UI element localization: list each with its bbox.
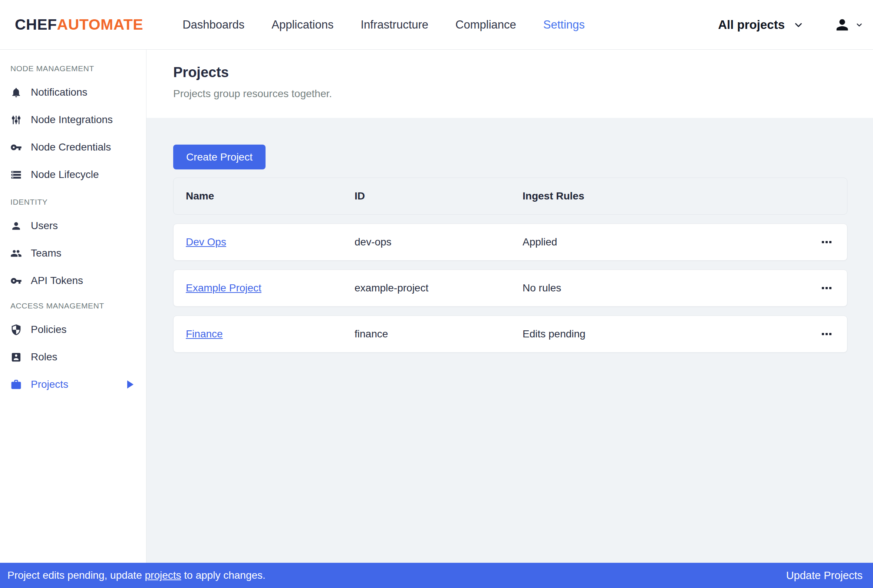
nav-compliance[interactable]: Compliance xyxy=(455,18,516,32)
sidebar-item-node-credentials[interactable]: Node Credentials xyxy=(0,134,146,161)
sidebar-item-projects[interactable]: Projects xyxy=(0,371,146,398)
project-link-finance[interactable]: Finance xyxy=(186,328,223,340)
column-header-id: ID xyxy=(354,190,522,202)
table-row: Finance finance Edits pending xyxy=(173,315,848,352)
sidebar-item-notifications[interactable]: Notifications xyxy=(0,79,146,106)
chef-automate-logo[interactable]: CHEFAUTOMATE xyxy=(15,16,143,33)
column-header-name: Name xyxy=(186,190,354,202)
project-id: example-project xyxy=(354,282,522,294)
update-projects-button[interactable]: Update Projects xyxy=(786,570,862,582)
project-id: dev-ops xyxy=(354,236,522,248)
projects-filter-label: All projects xyxy=(718,18,785,32)
ellipsis-icon xyxy=(822,287,824,289)
logo-automate: AUTOMATE xyxy=(57,16,144,33)
sidebar-item-api-tokens[interactable]: API Tokens xyxy=(0,267,146,294)
settings-sidebar: NODE MANAGEMENT Notifications Node Integ… xyxy=(0,50,147,563)
sidebar-item-node-lifecycle[interactable]: Node Lifecycle xyxy=(0,161,146,188)
project-id: finance xyxy=(354,328,522,340)
sidebar-item-label: Roles xyxy=(31,351,57,363)
row-menu-button[interactable] xyxy=(818,282,836,294)
user-icon xyxy=(10,220,22,232)
sidebar-item-label: API Tokens xyxy=(31,275,83,286)
key-icon xyxy=(10,275,22,286)
banner-projects-link[interactable]: projects xyxy=(145,570,181,581)
navbar-right: All projects xyxy=(718,16,863,33)
logo-chef: CHEF xyxy=(15,16,57,33)
shield-icon xyxy=(10,324,22,336)
nav-settings[interactable]: Settings xyxy=(543,18,585,32)
server-icon xyxy=(10,169,22,180)
sidebar-item-users[interactable]: Users xyxy=(0,212,146,240)
sidebar-item-roles[interactable]: Roles xyxy=(0,343,146,371)
person-icon xyxy=(834,16,851,33)
ellipsis-icon xyxy=(822,333,824,335)
main-content: Projects Projects group resources togeth… xyxy=(147,50,873,563)
sidebar-item-policies[interactable]: Policies xyxy=(0,316,146,343)
page-header: Projects Projects group resources togeth… xyxy=(147,50,873,118)
nav-applications[interactable]: Applications xyxy=(272,18,333,32)
app-shell: NODE MANAGEMENT Notifications Node Integ… xyxy=(0,50,873,563)
pending-edits-banner: Project edits pending, update projects t… xyxy=(0,563,873,588)
sidebar-item-label: Node Integrations xyxy=(31,114,113,126)
ingest-rules-status: No rules xyxy=(522,282,818,294)
user-menu[interactable] xyxy=(834,16,863,33)
page-title: Projects xyxy=(173,64,873,81)
row-menu-button[interactable] xyxy=(818,328,836,340)
table-row: Dev Ops dev-ops Applied xyxy=(173,224,848,261)
table-row: Example Project example-project No rules xyxy=(173,270,848,307)
banner-message-prefix: Project edits pending, update xyxy=(8,570,145,581)
banner-message-suffix: to apply changes. xyxy=(182,570,266,581)
briefcase-icon xyxy=(10,379,22,390)
sidebar-item-label: Policies xyxy=(31,324,66,336)
main-nav: Dashboards Applications Infrastructure C… xyxy=(183,18,585,32)
sliders-icon xyxy=(10,114,22,126)
sidebar-item-label: Node Credentials xyxy=(31,141,111,153)
project-link-dev-ops[interactable]: Dev Ops xyxy=(186,236,226,248)
expand-arrow-icon[interactable] xyxy=(127,380,134,388)
sidebar-section-identity: IDENTITY xyxy=(10,197,146,207)
chevron-down-icon xyxy=(793,19,804,30)
sidebar-item-label: Projects xyxy=(31,378,68,390)
key-icon xyxy=(10,142,22,153)
ellipsis-icon xyxy=(822,241,824,243)
column-header-ingest-rules: Ingest Rules xyxy=(522,190,847,202)
sidebar-section-access-management: ACCESS MANAGEMENT xyxy=(10,301,146,310)
sidebar-item-label: Users xyxy=(31,220,58,232)
projects-panel: Create Project Name ID Ingest Rules Dev … xyxy=(147,118,873,352)
bell-icon xyxy=(10,87,22,98)
project-link-example-project[interactable]: Example Project xyxy=(186,282,261,294)
chevron-down-icon xyxy=(855,21,863,29)
badge-icon xyxy=(10,351,22,363)
sidebar-item-node-integrations[interactable]: Node Integrations xyxy=(0,106,146,134)
projects-filter-dropdown[interactable]: All projects xyxy=(718,18,804,32)
sidebar-item-label: Teams xyxy=(31,247,61,259)
page-subtitle: Projects group resources together. xyxy=(173,88,873,100)
sidebar-item-teams[interactable]: Teams xyxy=(0,240,146,267)
top-navbar: CHEFAUTOMATE Dashboards Applications Inf… xyxy=(0,0,873,50)
users-icon xyxy=(10,248,22,259)
nav-dashboards[interactable]: Dashboards xyxy=(183,18,244,32)
sidebar-item-label: Notifications xyxy=(31,86,87,98)
nav-infrastructure[interactable]: Infrastructure xyxy=(360,18,428,32)
create-project-button[interactable]: Create Project xyxy=(173,145,266,170)
projects-table-header: Name ID Ingest Rules xyxy=(173,178,848,214)
ingest-rules-status: Edits pending xyxy=(522,328,818,340)
row-menu-button[interactable] xyxy=(818,237,836,248)
sidebar-item-label: Node Lifecycle xyxy=(31,169,99,180)
banner-message: Project edits pending, update projects t… xyxy=(8,570,266,581)
ingest-rules-status: Applied xyxy=(522,236,818,248)
sidebar-section-node-management: NODE MANAGEMENT xyxy=(10,64,146,74)
